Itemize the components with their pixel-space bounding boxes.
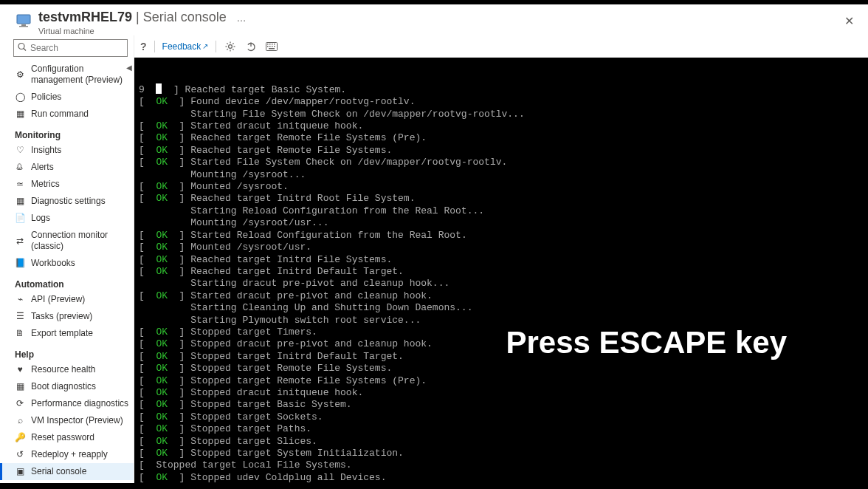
sidebar-item-label: VM Inspector (Preview) [31, 415, 123, 426]
toolbar: ? Feedback ↗ [134, 35, 868, 58]
svg-point-5 [229, 44, 232, 48]
console-line: [ OK ] Stopped dracut initqueue hook. [139, 387, 864, 399]
sidebar-item-label: Alerts [31, 162, 54, 173]
workbooks-icon: 📘 [15, 259, 25, 269]
console-line: Starting File System Check on /dev/mappe… [139, 109, 864, 120]
console-line: [ OK ] Stopped target Sockets. [139, 411, 864, 423]
reset-pwd-icon: 🔑 [15, 433, 25, 443]
sidebar-item-redeploy[interactable]: ↺Redeploy + reapply [0, 446, 134, 463]
sidebar-item-label: Tasks (preview) [31, 311, 92, 322]
nav-group-header: Monitoring [0, 123, 134, 142]
overlay-instruction: Press ESCAPE key [506, 337, 787, 349]
console-line: Mounting /sysroot... [139, 169, 864, 181]
sidebar-item-label: Boot diagnostics [31, 381, 96, 392]
console-line: [ OK ] Stopped udev Coldplug all Devices… [139, 472, 864, 483]
api-icon: ⌁ [15, 295, 25, 305]
sidebar-item-policies[interactable]: ◯Policies [0, 89, 134, 106]
sidebar-item-res-health[interactable]: ♥Resource health [0, 361, 134, 378]
svg-rect-0 [17, 15, 30, 24]
main-pane: ? Feedback ↗ 9 ] Reached target Basic Sy… [134, 35, 868, 483]
console-line: [ OK ] Stopped target System Initializat… [139, 448, 864, 459]
window-bottombar [0, 483, 868, 489]
sidebar-item-label: API (Preview) [31, 294, 85, 305]
sidebar-item-label: Diagnostic settings [31, 196, 106, 207]
svg-rect-25 [274, 46, 275, 47]
svg-rect-20 [272, 44, 273, 45]
redeploy-icon: ↺ [15, 450, 25, 460]
metrics-icon: ≃ [15, 179, 25, 190]
console-line: Starting dracut pre-pivot and cleanup ho… [139, 278, 864, 290]
svg-rect-24 [272, 46, 273, 47]
blade-title-main: testvmRHEL79 [38, 10, 132, 24]
console-line: Starting Reload Configuration from the R… [139, 205, 864, 217]
sidebar-item-label: Policies [31, 92, 61, 103]
sidebar-item-workbooks[interactable]: 📘Workbooks [0, 255, 134, 272]
sidebar-item-boot-diag[interactable]: ▦Boot diagnostics [0, 378, 134, 395]
keyboard-icon[interactable] [265, 40, 278, 53]
svg-rect-1 [21, 24, 26, 26]
console-line: [ OK ] Stopped target Basic System. [139, 399, 864, 411]
svg-rect-22 [267, 46, 269, 47]
svg-line-13 [227, 49, 228, 49]
insights-icon: ♡ [15, 146, 25, 156]
sidebar-item-label: Workbooks [31, 258, 75, 269]
sidebar-item-metrics[interactable]: ≃Metrics [0, 176, 134, 193]
sidebar-item-vm-inspect[interactable]: ⌕VM Inspector (Preview) [0, 412, 134, 429]
svg-line-12 [232, 43, 233, 44]
sidebar-item-tasks[interactable]: ☰Tasks (preview) [0, 308, 134, 325]
blade-title-sub: Serial console [143, 10, 227, 24]
svg-rect-18 [267, 44, 269, 45]
sidebar-item-label: Serial console [31, 466, 86, 477]
policies-icon: ◯ [15, 92, 25, 103]
sidebar: ◀ ⚙Configuration management (Preview)◯Po… [0, 35, 134, 483]
sidebar-item-export[interactable]: 🗎Export template [0, 325, 134, 342]
console-line: [ OK ] Started Reload Configuration from… [139, 230, 864, 242]
svg-line-11 [232, 49, 233, 49]
console-line: [ OK ] Stopped target Remote File System… [139, 363, 864, 375]
ellipsis-icon[interactable]: … [236, 13, 246, 24]
console-line: [ OK ] Started dracut pre-pivot and clea… [139, 290, 864, 302]
serial-console-output[interactable]: 9 ] Reached target Basic System.[ OK ] F… [134, 58, 868, 483]
sidebar-item-run-cmd[interactable]: ▦Run command [0, 106, 134, 123]
sidebar-item-label: Connection monitor (classic) [31, 230, 129, 252]
sidebar-item-label: Configuration management (Preview) [31, 64, 129, 86]
console-line: [ OK ] Reached target Remote File System… [139, 145, 864, 157]
console-line: [ OK ] Reached target Initrd Root File S… [139, 193, 864, 205]
sidebar-item-label: Resource health [31, 364, 95, 375]
sidebar-item-diag-set[interactable]: ▦Diagnostic settings [0, 193, 134, 210]
perf-diag-icon: ⟳ [15, 399, 25, 409]
cursor-icon [156, 83, 162, 94]
help-button[interactable]: ? [140, 41, 147, 52]
sidebar-item-reset-pwd[interactable]: 🔑Reset password [0, 429, 134, 446]
settings-gear-icon[interactable] [224, 40, 237, 53]
sidebar-item-perf-diag[interactable]: ⟳Performance diagnostics [0, 395, 134, 412]
sidebar-item-serial[interactable]: ▣Serial console [0, 463, 134, 480]
sidebar-item-logs[interactable]: 📄Logs [0, 210, 134, 227]
boot-diag-icon: ▦ [15, 382, 25, 392]
feedback-link[interactable]: Feedback ↗ [162, 41, 209, 52]
diag-set-icon: ▦ [15, 196, 25, 207]
nav-group-header: Help [0, 342, 134, 361]
sidebar-item-label: Reset password [31, 432, 94, 443]
sidebar-item-label: Logs [31, 213, 50, 224]
sidebar-item-label: Run command [31, 109, 89, 120]
vm-icon [15, 12, 32, 30]
power-icon[interactable] [244, 40, 258, 53]
console-line: [ OK ] Stopped target Slices. [139, 436, 864, 448]
blade-title-sep: | [132, 10, 143, 24]
console-line: [ OK ] Started File System Check on /dev… [139, 157, 864, 168]
sidebar-item-alerts[interactable]: 🕭Alerts [0, 159, 134, 176]
run-cmd-icon: ▦ [15, 109, 25, 120]
serial-icon: ▣ [15, 467, 25, 477]
config-mgmt-icon: ⚙ [15, 69, 25, 80]
sidebar-item-label: Export template [31, 328, 93, 339]
search-input[interactable] [13, 39, 128, 57]
sidebar-item-api[interactable]: ⌁API (Preview) [0, 291, 134, 308]
close-button[interactable]: ✕ [838, 10, 859, 31]
sidebar-item-conn-mon[interactable]: ⇄Connection monitor (classic) [0, 227, 134, 255]
sidebar-item-insights[interactable]: ♡Insights [0, 142, 134, 159]
sidebar-item-config-mgmt[interactable]: ⚙Configuration management (Preview) [0, 61, 134, 89]
svg-rect-17 [269, 48, 275, 49]
svg-line-10 [227, 43, 228, 44]
sidebar-item-label: Metrics [31, 179, 60, 190]
